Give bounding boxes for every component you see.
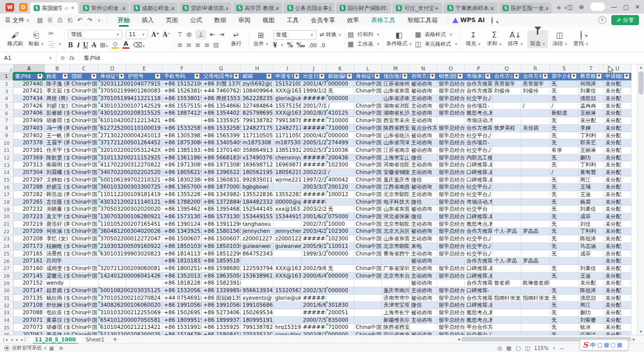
cell[interactable]: XXX@163 bbox=[274, 273, 301, 280]
menu-tab-开始[interactable]: 开始 bbox=[112, 14, 136, 27]
cell[interactable]: 社交平台,/ bbox=[465, 243, 493, 250]
cell[interactable]: +86 1354402198 bbox=[202, 110, 241, 117]
cell[interactable]: 钦冰 bbox=[579, 324, 604, 331]
cell[interactable]: 207297 bbox=[14, 177, 45, 184]
cell[interactable]: 合作方推荐 bbox=[465, 257, 493, 265]
cell[interactable]: 未分配 bbox=[604, 87, 631, 95]
cell[interactable]: +86 1877000215 bbox=[202, 184, 241, 191]
ime-toolbox-icon[interactable] bbox=[617, 343, 622, 347]
cell[interactable]: hrq153199 bbox=[274, 324, 301, 331]
cell[interactable]: 799138782 bbox=[274, 117, 301, 125]
decrease-indent-icon[interactable]: ⇤ bbox=[210, 31, 215, 38]
cell[interactable]: 无 bbox=[327, 87, 354, 95]
sheet-nav-buttons[interactable]: |◂ ◂ ▸ ▸| bbox=[3, 337, 27, 342]
cell[interactable]: 无 bbox=[550, 125, 579, 132]
cell[interactable] bbox=[241, 257, 274, 265]
cell[interactable]: 124827175 bbox=[241, 125, 274, 132]
cell[interactable]: 被动咨询 bbox=[410, 80, 437, 88]
cell[interactable] bbox=[493, 287, 521, 295]
cell[interactable] bbox=[354, 287, 382, 295]
column-letter-S[interactable]: S bbox=[550, 64, 579, 73]
status-left-label[interactable]: 业财管理系统 bbox=[12, 344, 42, 351]
header-cell[interactable]: 合作方名▼ bbox=[521, 73, 550, 80]
cell[interactable]: ######## bbox=[301, 95, 327, 103]
row-number[interactable]: 15 bbox=[0, 177, 14, 184]
file-menu[interactable]: ☰ 文件 ∨ bbox=[5, 16, 30, 25]
cell[interactable] bbox=[274, 317, 301, 324]
filter-dropdown-icon[interactable]: ▼ bbox=[119, 73, 124, 79]
cell[interactable]: 无 bbox=[550, 228, 579, 235]
ime-lang-indicator[interactable]: 中 bbox=[590, 341, 596, 349]
header-cell[interactable]: 护照号▼ bbox=[126, 73, 163, 80]
row-number[interactable]: 33 bbox=[0, 309, 14, 317]
cell[interactable]: China中国 bbox=[70, 103, 99, 110]
cell[interactable] bbox=[327, 280, 354, 287]
cell[interactable] bbox=[99, 280, 126, 287]
cell[interactable] bbox=[493, 213, 521, 221]
cell[interactable]: ######## bbox=[301, 235, 327, 243]
cell[interactable]: +44 7460762888 bbox=[202, 87, 241, 95]
cell[interactable]: 2002/9/6 bbox=[301, 265, 327, 273]
cell[interactable]: 207147 bbox=[14, 287, 45, 295]
increase-decimal-icon[interactable]: .00 bbox=[308, 42, 317, 48]
cell[interactable]: +86 13657006 bbox=[163, 184, 202, 191]
justify-icon[interactable]: ≡ bbox=[204, 41, 210, 49]
cell[interactable] bbox=[521, 161, 550, 169]
cell[interactable]: 指南针张龙 bbox=[521, 295, 550, 302]
cell[interactable]: 周江 bbox=[579, 177, 604, 184]
cell[interactable]: 370105199411221118 bbox=[99, 95, 163, 103]
cell[interactable]: 138519326 bbox=[274, 147, 301, 154]
cell[interactable] bbox=[274, 280, 301, 287]
row-number[interactable]: 3 bbox=[0, 87, 14, 95]
cell[interactable]: 衡琬明 (女 bbox=[45, 161, 70, 169]
cell[interactable]: 合作项目- bbox=[465, 139, 493, 147]
cell[interactable]: 207209 bbox=[14, 228, 45, 235]
cell[interactable]: 无 bbox=[550, 213, 579, 221]
cell[interactable] bbox=[493, 199, 521, 206]
cell[interactable]: 未分配 bbox=[604, 265, 631, 273]
zoom-caret-icon[interactable]: ∨ bbox=[552, 346, 555, 350]
fill-color-button[interactable]: ◇ bbox=[112, 41, 119, 49]
cell[interactable]: 207378 bbox=[14, 139, 45, 147]
cell[interactable]: ######## bbox=[301, 199, 327, 206]
cell[interactable]: 未分配 bbox=[604, 154, 631, 162]
cell[interactable]: 来电 bbox=[410, 243, 437, 250]
cell[interactable]: 207088 bbox=[14, 309, 45, 317]
cell[interactable]: 未分配 bbox=[604, 206, 631, 213]
cell[interactable]: +86 1863505000 bbox=[202, 273, 241, 280]
menu-tab-视图[interactable]: 视图 bbox=[257, 14, 281, 27]
cell[interactable]: 微信 bbox=[410, 213, 437, 221]
cell[interactable]: 主动咨询 bbox=[410, 139, 437, 147]
cell[interactable]: 胡睿琪 (女 bbox=[45, 117, 70, 125]
cell[interactable] bbox=[437, 117, 465, 125]
cell[interactable]: China中国 bbox=[70, 309, 99, 317]
cell[interactable] bbox=[493, 147, 521, 154]
cell[interactable]: 无 bbox=[550, 177, 579, 184]
cell[interactable]: 留学总经办 bbox=[437, 199, 465, 206]
cell[interactable]: 864752343 bbox=[241, 250, 274, 258]
filter-dropdown-icon[interactable]: ▼ bbox=[514, 73, 519, 79]
cell[interactable]: 无 bbox=[550, 132, 579, 140]
cell[interactable]: +86 18099519 bbox=[163, 317, 202, 324]
cell[interactable]: +86 15731301 bbox=[163, 213, 202, 221]
cell[interactable]: China中国 bbox=[354, 213, 382, 221]
cell[interactable] bbox=[521, 139, 550, 147]
cell[interactable]: 110105200207165451 bbox=[99, 221, 163, 228]
cell[interactable]: 陈祖涛 bbox=[579, 235, 604, 243]
cell[interactable]: 被动咨询 bbox=[410, 280, 437, 287]
cell[interactable]: 主动咨询 bbox=[410, 161, 437, 169]
cell[interactable]: +86 1370140948 bbox=[202, 147, 241, 154]
filter-dropdown-icon[interactable]: ▼ bbox=[155, 73, 160, 79]
cell[interactable]: 北京大兴区 bbox=[382, 228, 410, 235]
cell[interactable]: 207161 bbox=[14, 257, 45, 265]
filter-dropdown-icon[interactable]: ▼ bbox=[37, 73, 43, 79]
cell[interactable]: 主动咨询 bbox=[410, 235, 437, 243]
cell[interactable] bbox=[354, 280, 382, 287]
cell[interactable]: 新航道 bbox=[550, 110, 579, 117]
cell[interactable]: 无 bbox=[550, 117, 579, 125]
cell[interactable]: 刘素佳 bbox=[579, 87, 604, 95]
scroll-left-icon[interactable]: ◀ bbox=[456, 337, 461, 341]
cell[interactable]: 留学总经办 bbox=[437, 243, 465, 250]
search-icon[interactable] bbox=[492, 17, 493, 24]
cell[interactable]: 刘素佳 bbox=[579, 265, 604, 273]
